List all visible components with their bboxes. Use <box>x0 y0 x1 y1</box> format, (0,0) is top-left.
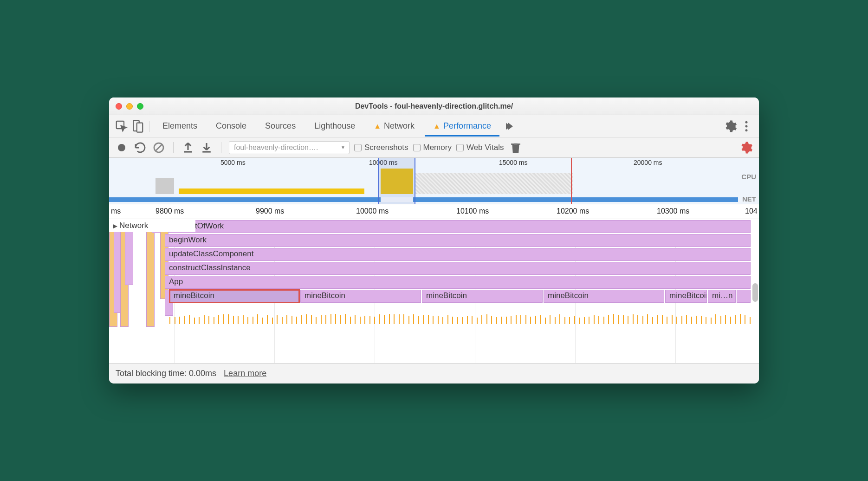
separator <box>149 121 149 132</box>
titlebar: DevTools - foul-heavenly-direction.glitc… <box>109 98 759 115</box>
svg-rect-2 <box>137 123 143 132</box>
memory-label: Memory <box>423 143 452 152</box>
load-profile-button[interactable] <box>181 141 195 155</box>
checkbox-icon <box>413 144 421 151</box>
maximize-window-button[interactable] <box>137 103 143 110</box>
ruler-tick: 10300 ms <box>657 207 689 215</box>
timeline-overview[interactable]: 5000 ms 10000 ms 15000 ms 20000 ms CPU N… <box>109 158 759 204</box>
svg-line-7 <box>155 144 162 151</box>
ruler-tick: 10000 ms <box>356 207 389 215</box>
task-bar[interactable] <box>146 220 155 327</box>
tab-elements[interactable]: Elements <box>154 116 206 136</box>
kebab-menu-icon[interactable] <box>739 119 753 133</box>
window-title: DevTools - foul-heavenly-direction.glitc… <box>355 102 513 110</box>
traffic-lights <box>116 103 143 110</box>
ruler-tick: 9900 ms <box>256 207 284 215</box>
ruler-tick: 104 <box>745 207 758 215</box>
frame-update-class-component[interactable]: updateClassComponent <box>165 248 751 261</box>
recording-dropdown[interactable]: foul-heavenly-direction…. <box>229 141 350 154</box>
tab-performance-label: Performance <box>443 121 491 131</box>
tab-lighthouse[interactable]: Lighthouse <box>306 116 363 136</box>
cpu-overview-strip <box>109 166 738 194</box>
recording-dropdown-label: foul-heavenly-direction…. <box>234 143 318 152</box>
tab-network-label: Network <box>384 121 415 131</box>
webvitals-checkbox[interactable]: Web Vitals <box>456 143 504 152</box>
frame-mine-bitcoin-truncated[interactable]: mi…n <box>708 290 736 303</box>
tab-console[interactable]: Console <box>207 116 255 136</box>
ruler-tick: 9800 ms <box>155 207 184 215</box>
ruler-tick: 10100 ms <box>456 207 489 215</box>
svg-rect-8 <box>184 151 192 152</box>
footer: Total blocking time: 0.00ms Learn more <box>109 363 759 384</box>
svg-point-4 <box>745 125 748 127</box>
checkbox-icon <box>456 144 464 151</box>
reload-button[interactable] <box>133 141 147 155</box>
screenshots-label: Screenshots <box>364 143 408 152</box>
settings-icon[interactable] <box>724 119 738 133</box>
checkbox-icon <box>354 144 362 151</box>
warning-icon: ▲ <box>433 122 440 130</box>
webvitals-label: Web Vitals <box>466 143 504 152</box>
frame-mine-bitcoin[interactable]: mineBitcoin <box>665 290 707 303</box>
overview-selection[interactable] <box>378 158 415 204</box>
svg-point-5 <box>745 129 748 131</box>
scrollbar-thumb[interactable] <box>752 283 758 302</box>
frame-perform-unit-of-work[interactable]: performUnitOfWork <box>152 220 751 233</box>
save-profile-button[interactable] <box>200 141 214 155</box>
ruler-tick: ms <box>111 207 121 215</box>
inspect-element-icon[interactable] <box>115 119 129 133</box>
detailed-ruler[interactable]: ms 9800 ms 9900 ms 10000 ms 10100 ms 102… <box>109 204 759 219</box>
total-blocking-time: Total blocking time: 0.00ms <box>116 369 216 378</box>
panel-tabbar: Elements Console Sources Lighthouse ▲ Ne… <box>109 115 759 137</box>
overview-tick: 5000 ms <box>220 159 246 166</box>
record-button[interactable] <box>115 141 129 155</box>
frame-app[interactable]: App <box>165 276 751 289</box>
close-window-button[interactable] <box>116 103 122 110</box>
frame-mine-bitcoin[interactable]: mineBitcoin <box>544 290 664 303</box>
flame-chart[interactable]: ▶ Network performUnitOfWork beginWork up… <box>109 219 759 363</box>
separator <box>173 142 174 153</box>
delete-button[interactable] <box>509 141 523 155</box>
frame-bar[interactable] <box>737 290 751 303</box>
performance-toolbar: foul-heavenly-direction…. Screenshots Me… <box>109 137 759 158</box>
net-overview-strip <box>109 197 738 202</box>
memory-checkbox[interactable]: Memory <box>413 143 452 152</box>
network-track-label: Network <box>119 221 148 230</box>
learn-more-link[interactable]: Learn more <box>224 369 266 378</box>
tab-network[interactable]: ▲ Network <box>365 116 423 136</box>
net-label: NET <box>742 195 756 203</box>
overview-tick: 20000 ms <box>634 159 662 166</box>
minimize-window-button[interactable] <box>126 103 133 110</box>
task-tick-strip <box>169 311 759 324</box>
network-track-header[interactable]: ▶ Network <box>109 219 195 232</box>
marker-line <box>571 158 572 204</box>
ruler-tick: 10200 ms <box>557 207 589 215</box>
clear-button[interactable] <box>152 141 166 155</box>
device-toolbar-icon[interactable] <box>130 119 144 133</box>
screenshots-checkbox[interactable]: Screenshots <box>354 143 408 152</box>
frame-mine-bitcoin[interactable]: mineBitcoin <box>422 290 543 303</box>
warning-icon: ▲ <box>374 122 381 130</box>
frame-construct-class-instance[interactable]: constructClassInstance <box>165 262 751 275</box>
svg-point-3 <box>745 121 748 123</box>
disclosure-triangle-icon: ▶ <box>113 222 117 229</box>
tab-performance[interactable]: ▲ Performance <box>425 116 499 136</box>
overview-tick: 15000 ms <box>499 159 527 166</box>
separator <box>221 142 221 153</box>
tab-sources[interactable]: Sources <box>257 116 304 136</box>
svg-rect-9 <box>202 151 211 152</box>
cpu-label: CPU <box>741 173 756 181</box>
frame-mine-bitcoin-highlighted[interactable]: mineBitcoin <box>169 290 299 303</box>
devtools-window: DevTools - foul-heavenly-direction.glitc… <box>109 98 759 384</box>
capture-settings-icon[interactable] <box>739 141 753 155</box>
frame-begin-work[interactable]: beginWork <box>165 234 751 247</box>
more-tabs-button[interactable] <box>501 119 515 133</box>
frame-mine-bitcoin[interactable]: mineBitcoin <box>300 290 421 303</box>
